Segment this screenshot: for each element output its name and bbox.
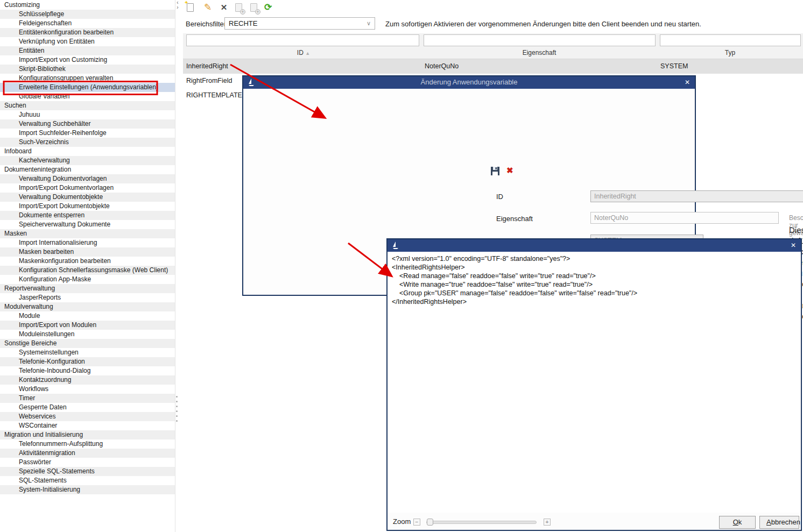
zoom-in-button[interactable]: + — [544, 519, 551, 526]
chevron-down-icon: ∨ — [367, 18, 371, 29]
sidebar-item[interactable]: Modulverwaltung — [0, 302, 175, 311]
sidebar-collapse-icon[interactable]: ‹ › — [174, 0, 181, 10]
column-header-id[interactable]: ID ▲ — [186, 47, 421, 59]
xml-editor-content[interactable]: <?xml version="1.0" encoding="UTF-8" sta… — [392, 254, 637, 306]
filter-input-id[interactable] — [186, 34, 419, 46]
cancel-icon[interactable]: ✖ — [506, 166, 513, 175]
cell-eigenschaft: NoterQuNo — [425, 59, 459, 74]
zoom-slider-track[interactable] — [426, 521, 537, 524]
sidebar-item[interactable]: Reportverwaltung — [0, 284, 175, 293]
sidebar-item[interactable]: Webservices — [0, 412, 175, 421]
sidebar-item[interactable]: Suchen — [0, 101, 175, 110]
sidebar-item[interactable]: Verwaltung Dokumentvorlagen — [0, 174, 175, 183]
table-filter-row — [183, 33, 803, 47]
sidebar-item[interactable]: Kontaktzuordnung — [0, 375, 175, 385]
sidebar-item[interactable]: Entitätenkonfiguration bearbeiten — [0, 28, 175, 37]
cell-id: InheritedRight — [186, 59, 228, 74]
sidebar-item[interactable]: Migration und Initialisierung — [0, 430, 175, 439]
new-entry-button[interactable]: ✦ — [185, 2, 196, 13]
save-button[interactable] — [490, 166, 500, 176]
sidebar-item[interactable]: Gesperrte Daten — [0, 403, 175, 412]
sidebar-item[interactable]: Import Suchfelder-Reihenfolge — [0, 129, 175, 138]
delete-button[interactable]: ✕ — [218, 2, 230, 13]
sidebar-item[interactable]: Speicherverwaltung Dokumente — [0, 220, 175, 229]
sidebar-item[interactable]: Passwörter — [0, 458, 175, 467]
splitter-handle[interactable] — [176, 396, 178, 425]
new-star-icon: ✦ — [184, 0, 188, 5]
bereichsfilter-select[interactable]: RECHTE ∨ — [224, 17, 375, 30]
sidebar-item[interactable]: Verknüpfung von Entitäten — [0, 37, 175, 46]
sidebar-item[interactable]: Globale Variablen — [0, 92, 175, 101]
zoom-out-button[interactable]: − — [413, 519, 420, 526]
sidebar-item[interactable]: Import Internationalisierung — [0, 238, 175, 247]
filter-input-typ[interactable] — [660, 34, 801, 46]
copy-add-button[interactable]: + — [233, 2, 245, 13]
sidebar-item[interactable]: Import/Export von Customizing — [0, 55, 175, 65]
duplicate-add-button[interactable]: + — [248, 2, 260, 13]
sidebar-item[interactable]: Schlüsselpflege — [0, 10, 175, 19]
cancel-button[interactable]: Abbrechen — [759, 516, 799, 529]
sidebar-item[interactable]: Feldeigenschaften — [0, 19, 175, 28]
plus-badge-icon: + — [255, 9, 260, 15]
dialog-footer: Zoom − + Ok Abbrechen — [388, 513, 801, 530]
refresh-button[interactable]: ⟳ — [262, 2, 274, 13]
zoom-slider-handle[interactable] — [427, 519, 433, 526]
sidebar-item[interactable]: JasperReports — [0, 293, 175, 302]
dialog-titlebar[interactable]: Änderung Anwendungsvariable ✕ — [243, 76, 695, 89]
sidebar-item[interactable]: Workflows — [0, 385, 175, 394]
sidebar-item[interactable]: Import/Export von Modulen — [0, 321, 175, 330]
dialog-titlebar[interactable]: ✕ — [388, 239, 801, 252]
sidebar-item[interactable]: Kachelverwaltung — [0, 156, 175, 165]
sidebar-item[interactable]: Aktivitätenmigration — [0, 449, 175, 458]
sidebar-item[interactable]: Verwaltung Dokumentobjekte — [0, 193, 175, 202]
close-icon[interactable]: ✕ — [685, 76, 690, 88]
filter-input-eigenschaft[interactable] — [424, 34, 656, 46]
zoom-label: Zoom — [393, 517, 411, 526]
sidebar-item[interactable]: Masken bearbeiten — [0, 247, 175, 257]
column-header-eigenschaft[interactable]: Eigenschaft — [421, 47, 657, 59]
sidebar-item[interactable]: Konfiguration Schnellerfassungsmaske (We… — [0, 266, 175, 275]
sidebar-item[interactable]: Skript-Bibliothek — [0, 65, 175, 74]
sidebar-item[interactable]: Such-Verzeichnis — [0, 138, 175, 147]
sidebar-item[interactable]: Module — [0, 311, 175, 321]
sidebar-item[interactable]: WSContainer — [0, 421, 175, 430]
edit-button[interactable]: ✎ — [202, 2, 214, 13]
sidebar-item[interactable]: Konfigurationsgruppen verwalten — [0, 74, 175, 83]
eigenschaft-input[interactable]: NoterQuNo — [590, 212, 779, 224]
sidebar-item[interactable]: Masken — [0, 229, 175, 238]
sidebar-item[interactable]: Import/Export Dokumentobjekte — [0, 202, 175, 211]
sidebar-item[interactable]: Dokumente entsperren — [0, 211, 175, 220]
sidebar-item[interactable]: Customizing — [0, 1, 175, 10]
chevron-right-icon: › — [174, 5, 181, 10]
sort-ascending-icon: ▲ — [305, 51, 310, 56]
sidebar-item[interactable]: Telefonnummern-Aufsplittung — [0, 439, 175, 449]
sidebar-item[interactable]: Infoboard — [0, 147, 175, 156]
table-row[interactable]: InheritedRight NoterQuNo SYSTEM — [183, 59, 803, 74]
sidebar-item[interactable]: Telefonie-Konfiguration — [0, 357, 175, 366]
sidebar-item[interactable]: SQL-Statements — [0, 476, 175, 485]
sidebar-item[interactable]: Verwaltung Suchbehälter — [0, 119, 175, 129]
sidebar-item[interactable]: Moduleinstellungen — [0, 330, 175, 339]
sidebar-item[interactable]: Systemeinstellungen — [0, 348, 175, 357]
sidebar-item[interactable]: Erweiterte Einstellungen (Anwendungsvari… — [0, 83, 175, 92]
sidebar-item[interactable]: Entitäten — [0, 46, 175, 55]
bereichsfilter-value: RECHTE — [229, 19, 257, 27]
app-window-icon — [248, 79, 255, 87]
sidebar-item[interactable]: Import/Export Dokumentvorlagen — [0, 183, 175, 193]
sidebar-item[interactable]: System-Initialisierung — [0, 485, 175, 494]
plus-badge-icon: + — [240, 9, 245, 15]
bereichsfilter-label: Bereichsfilter — [186, 20, 226, 28]
ok-button[interactable]: Ok — [719, 516, 756, 529]
sidebar-item[interactable]: Sonstige Bereiche — [0, 339, 175, 348]
sidebar-item[interactable]: Spezielle SQL-Statements — [0, 467, 175, 476]
sidebar-item[interactable]: Juhuuu — [0, 110, 175, 119]
sidebar-item[interactable]: Konfiguration App-Maske — [0, 275, 175, 284]
sidebar-item[interactable]: Dokumentenintegration — [0, 165, 175, 174]
id-select[interactable]: InheritedRight ∨ — [590, 190, 803, 202]
column-header-typ[interactable]: Typ — [657, 47, 803, 59]
cell-id: RIGHTTEMPLATE — [186, 88, 242, 103]
close-icon[interactable]: ✕ — [791, 239, 796, 251]
sidebar-item[interactable]: Telefonie-Inbound-Dialog — [0, 366, 175, 375]
sidebar-item[interactable]: Timer — [0, 394, 175, 403]
sidebar-item[interactable]: Maskenkonfiguration bearbeiten — [0, 257, 175, 266]
